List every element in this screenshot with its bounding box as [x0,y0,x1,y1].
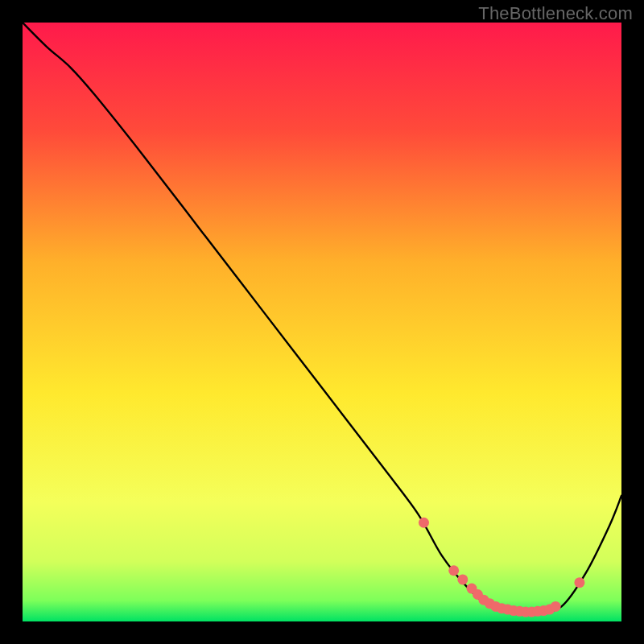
marker-dot [448,565,459,576]
marker-dot [419,518,429,528]
gradient-background [23,23,621,621]
bottleneck-chart [23,23,621,621]
marker-dot [574,577,584,588]
watermark-text: TheBottleneck.com [478,3,633,24]
plot-area [23,23,621,621]
chart-stage: TheBottleneck.com [0,0,644,644]
marker-dot [457,574,468,584]
marker-dot [551,601,561,612]
